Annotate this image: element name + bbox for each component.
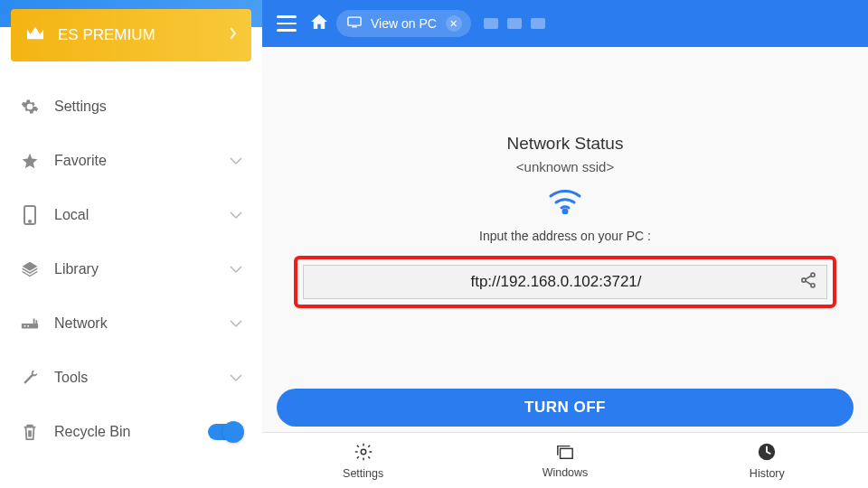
- sidebar-item-favorite[interactable]: Favorite: [0, 134, 262, 188]
- layers-icon: [20, 260, 40, 278]
- sidebar-item-label: Local: [54, 207, 230, 223]
- svg-rect-5: [348, 17, 361, 25]
- crown-icon: [25, 25, 45, 46]
- ftp-address-text: ftp://192.168.0.102:3721/: [313, 273, 799, 291]
- svg-point-3: [24, 325, 26, 327]
- sidebar: ES PREMIUM Settings Favorite Local: [0, 0, 262, 488]
- sidebar-item-library[interactable]: Library: [0, 242, 262, 296]
- bottom-nav-label: Windows: [542, 466, 589, 479]
- trash-icon: [20, 423, 40, 441]
- wifi-icon: [547, 187, 583, 218]
- share-icon[interactable]: [799, 271, 817, 294]
- content-area: Network Status <unknown ssid> Input the …: [262, 47, 868, 488]
- chevron-down-icon: [230, 370, 242, 386]
- premium-label: ES PREMIUM: [58, 26, 156, 44]
- gear-icon: [20, 98, 40, 116]
- bottom-nav-history[interactable]: History: [666, 433, 868, 488]
- chevron-down-icon: [230, 261, 242, 277]
- sidebar-item-label: Library: [54, 261, 230, 277]
- sidebar-item-label: Settings: [54, 99, 242, 115]
- bottom-nav: Settings Windows History: [262, 432, 868, 488]
- network-status-title: Network Status: [507, 134, 624, 154]
- wrench-icon: [20, 369, 40, 387]
- router-icon: [20, 316, 40, 331]
- star-icon: [20, 152, 40, 170]
- input-prompt: Input the address on your PC :: [479, 229, 651, 243]
- history-icon: [757, 442, 777, 465]
- ftp-address-box[interactable]: ftp://192.168.0.102:3721/: [303, 265, 827, 299]
- sidebar-item-tools[interactable]: Tools: [0, 351, 262, 405]
- bottom-nav-windows[interactable]: Windows: [464, 433, 665, 488]
- svg-point-6: [563, 210, 567, 213]
- premium-banner[interactable]: ES PREMIUM: [11, 9, 251, 61]
- home-icon[interactable]: [311, 14, 327, 33]
- svg-point-10: [361, 449, 366, 455]
- sidebar-item-local[interactable]: Local: [0, 188, 262, 242]
- sidebar-item-label: Recycle Bin: [54, 424, 208, 440]
- topbar-placeholders: [484, 18, 545, 29]
- turn-off-button[interactable]: TURN OFF: [277, 389, 854, 427]
- svg-point-1: [29, 221, 31, 222]
- chevron-down-icon: [230, 153, 242, 169]
- sidebar-item-label: Network: [54, 315, 230, 332]
- bottom-nav-settings[interactable]: Settings: [262, 433, 464, 488]
- sidebar-item-label: Tools: [54, 370, 230, 386]
- bottom-nav-label: History: [750, 467, 785, 480]
- sidebar-menu: Settings Favorite Local Library: [0, 61, 262, 488]
- svg-point-4: [27, 325, 29, 327]
- tab-view-on-pc[interactable]: View on PC ✕: [336, 10, 471, 37]
- bottom-nav-label: Settings: [343, 467, 383, 480]
- main-panel: View on PC ✕ Network Status <unknown ssi…: [262, 0, 868, 488]
- chevron-down-icon: [230, 315, 242, 332]
- sidebar-item-recycle-bin[interactable]: Recycle Bin: [0, 405, 262, 459]
- windows-stack-icon: [555, 443, 575, 464]
- tab-label: View on PC: [371, 16, 437, 31]
- gear-icon: [354, 442, 373, 465]
- menu-button[interactable]: [271, 15, 302, 32]
- chevron-right-icon: [230, 26, 237, 44]
- topbar: View on PC ✕: [262, 0, 868, 47]
- monitor-icon: [347, 16, 362, 31]
- sidebar-item-settings[interactable]: Settings: [0, 80, 262, 134]
- sidebar-item-label: Favorite: [54, 153, 230, 169]
- network-ssid: <unknown ssid>: [516, 159, 614, 174]
- close-tab-button[interactable]: ✕: [446, 15, 462, 32]
- recycle-bin-toggle[interactable]: [208, 424, 242, 440]
- chevron-down-icon: [230, 207, 242, 223]
- sidebar-item-network[interactable]: Network: [0, 296, 262, 351]
- address-highlight: ftp://192.168.0.102:3721/: [294, 256, 836, 308]
- svg-rect-11: [561, 448, 573, 458]
- phone-icon: [20, 205, 40, 225]
